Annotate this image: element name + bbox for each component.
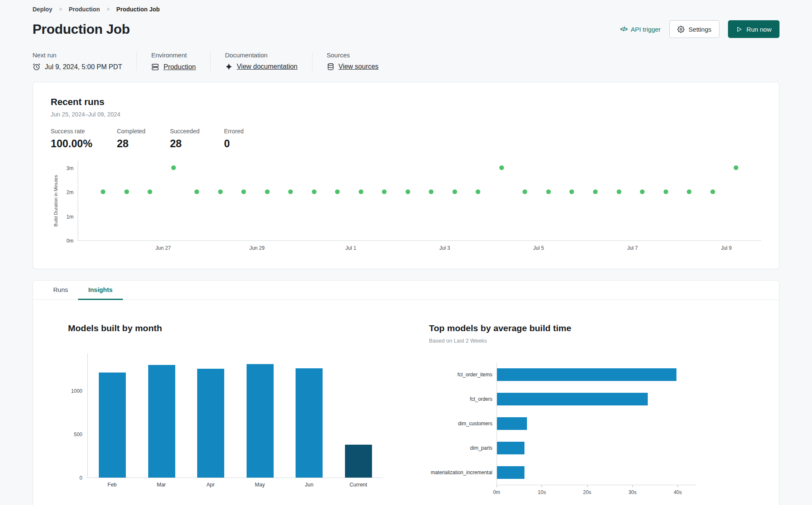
build-time-bar	[497, 393, 648, 405]
month-bar-slot	[88, 373, 137, 478]
run-duration-dot[interactable]	[546, 189, 551, 194]
view-documentation-link[interactable]: View documentation	[237, 63, 298, 70]
environment-link[interactable]: Production	[163, 63, 196, 71]
breadcrumb-production[interactable]: Production	[69, 6, 100, 13]
run-duration-dot[interactable]	[124, 189, 129, 194]
code-icon: </>	[620, 26, 627, 32]
build-time-bar	[497, 417, 527, 430]
run-duration-dot[interactable]	[382, 189, 387, 194]
run-duration-dot[interactable]	[288, 189, 293, 194]
top-models-chart: fct_order_itemsfct_ordersdim_customersdi…	[429, 362, 762, 498]
run-duration-dot[interactable]	[476, 189, 481, 194]
top-models-subtitle: Based on Last 2 Weeks	[429, 338, 762, 344]
run-duration-dot[interactable]	[148, 189, 152, 194]
run-duration-dot[interactable]	[101, 189, 106, 194]
hbar-xtick-label: 30s	[628, 489, 636, 495]
stat-success-rate: Success rate 100.00%	[51, 128, 92, 150]
recent-runs-stats: Success rate 100.00% Completed 28 Succee…	[51, 128, 761, 150]
scatter-ytick-label: 3m	[66, 165, 73, 171]
month-bar	[345, 445, 372, 478]
api-trigger-link[interactable]: </> API trigger	[620, 26, 660, 33]
run-now-button[interactable]: Run now	[728, 20, 779, 38]
tab-bar: Runs Insights	[33, 281, 779, 300]
bar-ytick-label: 0	[79, 475, 82, 481]
hbar-track	[497, 387, 696, 411]
clock-icon	[33, 63, 41, 71]
run-duration-dot[interactable]	[499, 165, 504, 170]
hbar-xtick-label: 40s	[673, 489, 682, 495]
run-duration-dot[interactable]	[616, 189, 621, 194]
month-bar-slot	[137, 365, 187, 478]
scatter-ytick-label: 2m	[66, 189, 73, 195]
run-duration-dot[interactable]	[570, 189, 574, 194]
tab-insights[interactable]: Insights	[78, 281, 123, 300]
recent-runs-card: Recent runs Jun 25, 2024–Jul 09, 2024 Su…	[33, 82, 779, 269]
tab-runs[interactable]: Runs	[43, 281, 78, 300]
run-duration-dot[interactable]	[687, 189, 692, 194]
stat-value: 0	[224, 138, 244, 150]
run-duration-dot[interactable]	[663, 189, 668, 194]
models-built-plot	[87, 354, 383, 478]
build-time-bar	[497, 466, 524, 479]
hbar-tick-mark	[678, 485, 678, 487]
hbar-category-label: dim_parts	[429, 445, 497, 451]
bar-ytick-label: 1000	[71, 388, 82, 394]
run-duration-dot[interactable]	[710, 189, 715, 194]
month-bar	[99, 373, 126, 478]
view-sources-link[interactable]: View sources	[339, 63, 379, 70]
scatter-ytick-label: 1m	[66, 214, 73, 220]
run-duration-dot[interactable]	[429, 189, 434, 194]
run-duration-dot[interactable]	[265, 189, 269, 194]
run-duration-dot[interactable]	[734, 165, 739, 170]
scatter-xtick-label: Jul 3	[440, 245, 450, 251]
hbar-tick-mark	[632, 485, 633, 487]
run-duration-dot[interactable]	[195, 189, 199, 194]
models-built-section: Models built by month 05001000 FebMarApr…	[68, 323, 429, 498]
run-duration-dot[interactable]	[640, 189, 645, 194]
run-duration-dot[interactable]	[335, 189, 340, 194]
sources-label: Sources	[327, 51, 379, 59]
stat-label: Completed	[117, 128, 146, 135]
run-duration-dot[interactable]	[312, 189, 316, 194]
meta-documentation: Documentation View documentation	[210, 51, 312, 71]
gear-icon	[677, 26, 684, 33]
scatter-xtick-label: Jul 5	[533, 245, 544, 251]
hbar-xtick-label: 10s	[538, 489, 546, 495]
run-duration-dot[interactable]	[593, 189, 598, 194]
run-duration-dot[interactable]	[523, 189, 527, 194]
run-duration-dot[interactable]	[405, 189, 410, 194]
run-duration-dot[interactable]	[358, 189, 363, 194]
api-trigger-label: API trigger	[631, 26, 661, 33]
run-duration-dot[interactable]	[242, 189, 246, 194]
scatter-xtick-label: Jul 9	[721, 245, 731, 251]
month-bar	[197, 369, 224, 478]
hbar-category-label: materialization_incremental	[429, 470, 497, 475]
scatter-xtick-label: Jul 1	[345, 245, 356, 251]
bar-xtick-label: Current	[334, 482, 383, 488]
run-duration-dot[interactable]	[171, 165, 176, 170]
month-bar-slot	[236, 364, 285, 478]
stat-succeeded: Succeeded 28	[170, 128, 199, 150]
hbar-category-label: dim_customers	[429, 421, 497, 427]
hbar-xtick-label: 20s	[583, 489, 591, 495]
documentation-label: Documentation	[225, 51, 298, 59]
page-header: Production Job </> API trigger Settings …	[33, 20, 779, 38]
build-duration-xticks: Jun 27Jun 29Jul 1Jul 3Jul 5Jul 7Jul 9	[78, 241, 761, 253]
play-icon	[736, 26, 742, 32]
recent-runs-title: Recent runs	[51, 97, 761, 108]
stat-label: Succeeded	[170, 128, 199, 135]
breadcrumb-separator-icon: >	[59, 6, 62, 12]
month-bar	[296, 368, 323, 478]
hbar-track	[497, 362, 696, 387]
month-bar-slot	[186, 369, 236, 478]
run-duration-dot[interactable]	[452, 189, 457, 194]
run-duration-dot[interactable]	[218, 189, 223, 194]
hbar-track	[497, 436, 696, 460]
hbar-xtick-label: 0m	[493, 489, 500, 495]
build-duration-chart: Build Duration in Minutes 0m1m2m3m Jun 2…	[51, 161, 761, 253]
top-model-row: fct_order_items	[429, 362, 762, 387]
breadcrumb-deploy[interactable]: Deploy	[33, 6, 52, 13]
top-model-row: materialization_incremental	[429, 460, 762, 485]
settings-button[interactable]: Settings	[669, 20, 720, 38]
month-bar	[247, 364, 274, 478]
